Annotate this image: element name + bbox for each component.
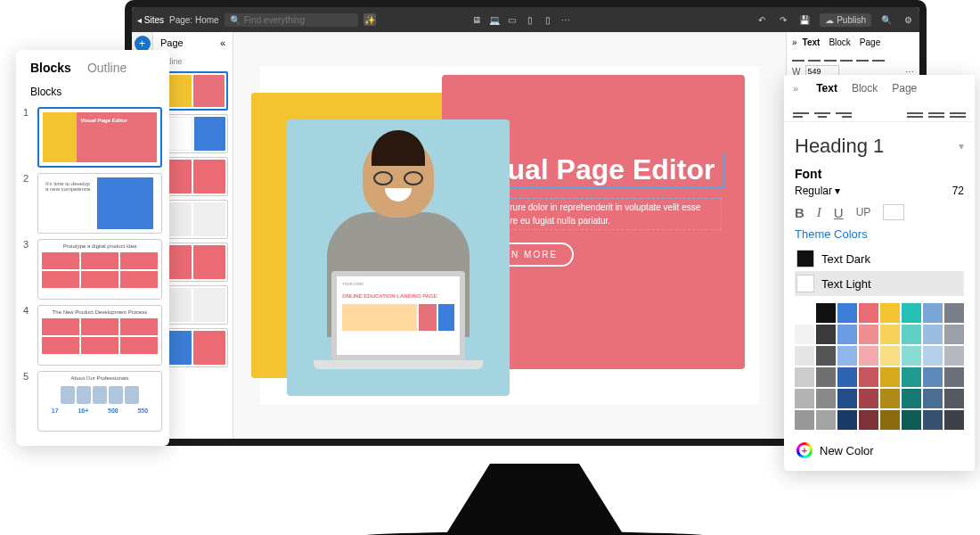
block-slide-5[interactable]: About Our Professionals 17 16+ 508 550 (37, 371, 162, 432)
color-swatch[interactable] (902, 367, 921, 387)
tab-block[interactable]: Block (829, 37, 850, 47)
block-slide-4[interactable]: The New Product Development Process (37, 305, 162, 366)
save-icon[interactable]: 💾 (798, 13, 811, 26)
theme-text-dark[interactable]: Text Dark (795, 246, 964, 271)
color-swatch[interactable] (837, 303, 857, 323)
sites-link[interactable]: ◂ Sites (137, 15, 164, 25)
color-swatch[interactable] (816, 389, 836, 408)
search-input[interactable] (244, 15, 353, 25)
block-slide-3[interactable]: Prototype a digital product idea (37, 239, 162, 300)
collapse-icon[interactable]: « (220, 37, 225, 48)
color-swatch[interactable] (944, 367, 964, 387)
color-swatch[interactable] (816, 346, 836, 366)
color-swatch[interactable] (923, 367, 943, 387)
tab-page[interactable]: Page (860, 37, 880, 47)
block-slide-1[interactable]: Visual Page Editor (37, 107, 162, 168)
tab-page[interactable]: Page (892, 82, 917, 95)
color-swatch[interactable] (837, 346, 857, 366)
color-swatch[interactable] (944, 389, 964, 408)
more-devices-icon[interactable]: ⋯ (559, 13, 572, 26)
color-swatch[interactable] (837, 325, 857, 344)
color-swatch[interactable] (816, 325, 836, 344)
phone-icon[interactable]: ▯ (542, 13, 554, 26)
color-swatch[interactable] (944, 303, 964, 323)
color-swatch[interactable] (880, 346, 900, 366)
preview-icon[interactable]: 🔍 (880, 13, 893, 26)
color-swatch[interactable] (795, 410, 814, 430)
align-right-icon[interactable] (836, 105, 852, 118)
color-swatch[interactable] (795, 367, 814, 387)
page-breadcrumb[interactable]: Page: Home (169, 15, 219, 25)
color-swatch[interactable] (795, 346, 814, 366)
color-swatch[interactable] (902, 346, 921, 366)
desktop-icon[interactable]: 🖥 (470, 13, 483, 26)
settings-icon[interactable]: ⚙ (902, 13, 914, 26)
color-swatch[interactable] (795, 325, 814, 344)
align-center-icon[interactable] (814, 105, 830, 118)
tab-block[interactable]: Block (852, 82, 878, 95)
color-swatch[interactable] (859, 410, 878, 430)
search-box[interactable]: 🔍 (225, 13, 358, 27)
color-swatch[interactable] (880, 410, 900, 430)
color-swatch[interactable] (859, 346, 878, 366)
font-size-value[interactable]: 72 (952, 185, 964, 197)
tablet-portrait-icon[interactable]: ▯ (524, 13, 536, 26)
laptop-icon[interactable]: 💻 (488, 13, 501, 26)
font-weight-select[interactable]: Regular ▾ (795, 185, 840, 197)
color-swatch[interactable] (837, 367, 857, 387)
italic-button[interactable]: I (817, 205, 821, 220)
color-swatch[interactable] (902, 410, 921, 430)
new-color-button[interactable]: New Color (795, 437, 964, 464)
color-swatch[interactable] (837, 389, 857, 408)
magic-icon[interactable]: ✨ (363, 13, 376, 26)
color-swatch[interactable] (859, 325, 878, 344)
valign-bottom-icon[interactable] (950, 105, 966, 118)
color-swatch[interactable] (880, 303, 900, 323)
tab-text[interactable]: Text (816, 82, 837, 95)
tablet-icon[interactable]: ▭ (506, 13, 519, 26)
color-swatch[interactable] (837, 410, 857, 430)
expand-icon[interactable]: » (792, 37, 797, 47)
color-swatch[interactable] (816, 303, 836, 323)
tab-blocks[interactable]: Blocks (30, 61, 71, 75)
color-swatch[interactable] (880, 389, 900, 408)
color-swatch[interactable] (902, 325, 921, 344)
canvas[interactable]: Visual Page Editor Duis aute irure dolor… (233, 32, 786, 439)
collapse-icon[interactable]: » (793, 83, 798, 94)
tab-outline[interactable]: Outline (87, 61, 127, 75)
color-swatch[interactable] (944, 346, 964, 366)
color-swatch[interactable] (944, 325, 964, 344)
valign-top-icon[interactable] (907, 105, 923, 118)
tab-text[interactable]: Text (803, 37, 821, 47)
valign-mid-icon[interactable] (928, 105, 944, 118)
color-swatch[interactable] (944, 410, 964, 430)
color-swatch[interactable] (859, 389, 878, 408)
color-swatch[interactable] (923, 303, 943, 323)
redo-icon[interactable]: ↷ (777, 13, 789, 26)
color-swatch[interactable] (923, 389, 943, 408)
align-controls[interactable] (792, 53, 914, 62)
block-slide-2[interactable]: It's time to develop a new competence (37, 173, 162, 234)
uppercase-button[interactable]: UP (856, 206, 871, 218)
color-swatch[interactable] (880, 367, 900, 387)
color-swatch[interactable] (923, 325, 943, 344)
color-swatch[interactable] (859, 367, 878, 387)
color-swatch[interactable] (795, 389, 814, 408)
color-swatch[interactable] (816, 367, 836, 387)
color-swatch[interactable] (795, 303, 814, 323)
text-color-swatch[interactable] (883, 204, 904, 220)
undo-icon[interactable]: ↶ (755, 13, 768, 26)
color-swatch[interactable] (902, 303, 921, 323)
color-swatch[interactable] (816, 410, 836, 430)
color-swatch[interactable] (923, 410, 943, 430)
color-swatch[interactable] (902, 389, 921, 408)
theme-text-light[interactable]: Text Light (795, 271, 964, 296)
align-left-icon[interactable] (793, 105, 809, 118)
underline-button[interactable]: U (834, 205, 844, 220)
heading-select[interactable]: Heading 1 ▾ (795, 129, 964, 167)
publish-button[interactable]: ☁ Publish (820, 13, 871, 27)
person-image[interactable]: YOUR LOGO ONLINE EDUCATION LANDING PAGE (287, 119, 510, 396)
color-swatch[interactable] (880, 325, 900, 344)
bold-button[interactable]: B (795, 205, 804, 220)
color-swatch[interactable] (923, 346, 943, 366)
